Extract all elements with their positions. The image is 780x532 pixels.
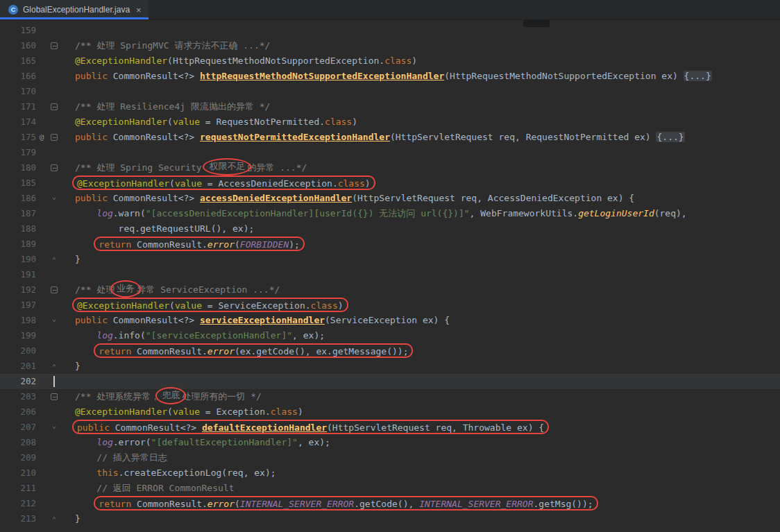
- fold-region-end-icon[interactable]: [47, 252, 61, 267]
- code-line-content[interactable]: public CommonResult<?> httpRequestMethod…: [75, 69, 712, 84]
- code-line-content[interactable]: log.warn("[accessDeniedExceptionHandler]…: [75, 206, 687, 221]
- line-number[interactable]: 192: [0, 282, 36, 298]
- code-line-content[interactable]: log.error("[defaultExceptionHandler]", e…: [75, 435, 330, 450]
- red-circle-annotation: 兜底: [155, 387, 186, 404]
- token: (ServiceException ex) {: [325, 315, 450, 325]
- code-line-content[interactable]: @ExceptionHandler(HttpRequestMethodNotSu…: [75, 53, 417, 69]
- tab-close-icon[interactable]: ×: [136, 5, 142, 15]
- line-number[interactable]: 175: [0, 130, 36, 145]
- code-line: 212 return CommonResult.error(INTERNAL_S…: [0, 496, 780, 511]
- fold-collapsed-icon[interactable]: [47, 38, 61, 53]
- code-line-content[interactable]: public CommonResult<?> requestNotPermitt…: [75, 130, 685, 145]
- line-number[interactable]: 198: [0, 313, 36, 328]
- fold-region-start-icon[interactable]: [47, 191, 61, 206]
- fold-spacer: [47, 435, 61, 450]
- line-number[interactable]: 189: [0, 237, 36, 252]
- token: .: [379, 55, 384, 66]
- token: FORBIDDEN: [240, 239, 289, 250]
- code-line-content[interactable]: // 返回 ERROR CommonResult: [75, 481, 235, 496]
- fold-spacer: [47, 481, 61, 496]
- line-number[interactable]: 191: [0, 267, 36, 282]
- line-number[interactable]: 174: [0, 114, 36, 130]
- code-line-content[interactable]: this.createExceptionLog(req, ex);: [75, 465, 276, 481]
- line-number[interactable]: 197: [0, 298, 36, 313]
- code-line-content[interactable]: }: [75, 511, 80, 526]
- line-number[interactable]: 170: [0, 84, 36, 99]
- token: error: [207, 239, 235, 250]
- code-line-content[interactable]: public CommonResult<?> serviceExceptionH…: [75, 313, 450, 328]
- line-number[interactable]: 160: [0, 38, 36, 53]
- code-line-content[interactable]: @ExceptionHandler(value = Exception.clas…: [75, 404, 303, 420]
- token: /** 处理系统异常，: [75, 391, 160, 402]
- code-line-content[interactable]: /** 处理 Spring Security 权限不足的异常 ...*/: [75, 160, 307, 175]
- fold-region-end-icon[interactable]: [47, 511, 61, 526]
- code-line: 202: [0, 374, 780, 389]
- token: public: [75, 71, 113, 81]
- fold-collapsed-icon[interactable]: [47, 99, 61, 114]
- token: req.getRequestURL(), ex);: [75, 223, 254, 234]
- red-circle-annotation: 权限不足: [203, 158, 251, 175]
- code-line-content[interactable]: @ExceptionHandler(value = ServiceExcepti…: [75, 298, 346, 313]
- code-line-content[interactable]: public CommonResult<?> accessDeniedExcep…: [75, 191, 634, 206]
- line-number[interactable]: 190: [0, 252, 36, 267]
- code-line-content[interactable]: /** 处理 Resilience4j 限流抛出的异常 */: [75, 99, 270, 114]
- code-line: 175@public CommonResult<?> requestNotPer…: [0, 130, 780, 145]
- token: (: [169, 178, 175, 189]
- code-line: 186public CommonResult<?> accessDeniedEx…: [0, 191, 780, 206]
- token: , ex);: [292, 330, 325, 341]
- code-line-content[interactable]: // 插入异常日志: [75, 450, 167, 465]
- code-line-content[interactable]: }: [75, 252, 80, 267]
- line-number[interactable]: 180: [0, 160, 36, 175]
- line-number[interactable]: 159: [0, 23, 36, 38]
- fold-collapsed-icon[interactable]: [47, 130, 61, 145]
- code-line-content[interactable]: return CommonResult.error(INTERNAL_SERVE…: [75, 496, 595, 511]
- fold-region-start-icon[interactable]: [47, 420, 61, 435]
- code-line: 206@ExceptionHandler(value = Exception.c…: [0, 404, 780, 420]
- line-number[interactable]: 201: [0, 359, 36, 374]
- line-number[interactable]: 208: [0, 435, 36, 450]
- code-line-content[interactable]: /** 处理 SpringMVC 请求方法不正确 ...*/: [75, 38, 270, 53]
- line-number[interactable]: 213: [0, 511, 36, 526]
- line-number[interactable]: 186: [0, 191, 36, 206]
- code-line-content[interactable]: /** 处理系统异常，兜底处理所有的一切 */: [75, 389, 262, 404]
- code-line-content[interactable]: return CommonResult.error(FORBIDDEN);: [75, 237, 302, 252]
- fold-region-start-icon[interactable]: [47, 313, 61, 328]
- token: CommonResult.: [137, 346, 207, 357]
- line-number[interactable]: 187: [0, 206, 36, 221]
- code-line-content[interactable]: @ExceptionHandler(value = AccessDeniedEx…: [75, 175, 373, 191]
- fold-collapsed-icon[interactable]: [47, 389, 61, 404]
- line-number[interactable]: 206: [0, 404, 36, 420]
- line-number[interactable]: 210: [0, 465, 36, 481]
- line-number[interactable]: 202: [0, 374, 36, 389]
- fold-collapsed-icon[interactable]: [47, 282, 61, 298]
- line-number[interactable]: 211: [0, 481, 36, 496]
- code-line-content[interactable]: }: [75, 359, 80, 374]
- line-number[interactable]: 209: [0, 450, 36, 465]
- ide-window: C GlobalExceptionHandler.java × 159160/*…: [0, 0, 780, 532]
- line-number[interactable]: 188: [0, 221, 36, 237]
- fold-region-end-icon[interactable]: [47, 359, 61, 374]
- fold-spacer: [47, 175, 61, 191]
- code-line-content[interactable]: req.getRequestURL(), ex);: [75, 221, 254, 237]
- line-number[interactable]: 203: [0, 389, 36, 404]
- code-line-content[interactable]: /** 处理业务异常 ServiceException ...*/: [75, 282, 280, 298]
- tab-global-exception-handler[interactable]: C GlobalExceptionHandler.java ×: [0, 0, 149, 19]
- line-number[interactable]: 199: [0, 328, 36, 343]
- code-line: 208 log.error("[defaultExceptionHandler]…: [0, 435, 780, 450]
- line-number[interactable]: 166: [0, 69, 36, 84]
- token: error: [207, 499, 235, 509]
- line-number[interactable]: 200: [0, 343, 36, 359]
- code-line-content[interactable]: @ExceptionHandler(value = RequestNotPerm…: [75, 114, 357, 130]
- token: (: [167, 55, 173, 66]
- code-line-content[interactable]: public CommonResult<?> defaultExceptionH…: [75, 420, 546, 435]
- line-number[interactable]: 185: [0, 175, 36, 191]
- line-number[interactable]: 212: [0, 496, 36, 511]
- code-line-content[interactable]: log.info("[serviceExceptionHandler]", ex…: [75, 328, 325, 343]
- fold-collapsed-icon[interactable]: [47, 160, 61, 175]
- line-number[interactable]: 207: [0, 420, 36, 435]
- code-line-content[interactable]: return CommonResult.error(ex.getCode(), …: [75, 343, 410, 359]
- line-number[interactable]: 171: [0, 99, 36, 114]
- token: .createExceptionLog(req, ex);: [119, 467, 276, 478]
- line-number[interactable]: 179: [0, 145, 36, 160]
- line-number[interactable]: 165: [0, 53, 36, 69]
